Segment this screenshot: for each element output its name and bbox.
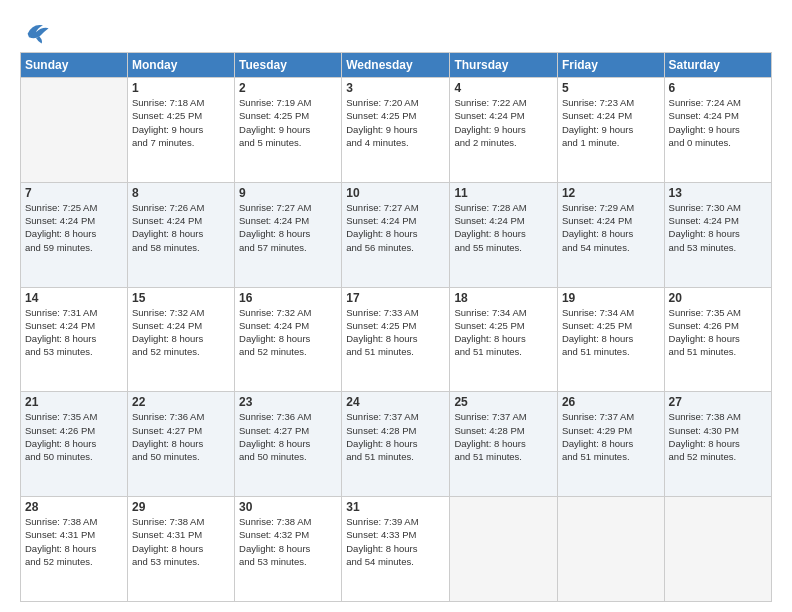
calendar-cell: 29Sunrise: 7:38 AMSunset: 4:31 PMDayligh… <box>127 497 234 602</box>
calendar-cell: 7Sunrise: 7:25 AMSunset: 4:24 PMDaylight… <box>21 182 128 287</box>
calendar-cell: 18Sunrise: 7:34 AMSunset: 4:25 PMDayligh… <box>450 287 558 392</box>
calendar-cell: 23Sunrise: 7:36 AMSunset: 4:27 PMDayligh… <box>235 392 342 497</box>
day-info: Sunrise: 7:29 AMSunset: 4:24 PMDaylight:… <box>562 201 660 254</box>
calendar-week-row: 14Sunrise: 7:31 AMSunset: 4:24 PMDayligh… <box>21 287 772 392</box>
weekday-header: Monday <box>127 53 234 78</box>
day-info: Sunrise: 7:35 AMSunset: 4:26 PMDaylight:… <box>25 410 123 463</box>
day-info: Sunrise: 7:32 AMSunset: 4:24 PMDaylight:… <box>239 306 337 359</box>
day-info: Sunrise: 7:24 AMSunset: 4:24 PMDaylight:… <box>669 96 767 149</box>
day-number: 4 <box>454 81 553 95</box>
calendar-cell: 20Sunrise: 7:35 AMSunset: 4:26 PMDayligh… <box>664 287 771 392</box>
calendar-cell: 25Sunrise: 7:37 AMSunset: 4:28 PMDayligh… <box>450 392 558 497</box>
calendar-cell: 15Sunrise: 7:32 AMSunset: 4:24 PMDayligh… <box>127 287 234 392</box>
day-info: Sunrise: 7:18 AMSunset: 4:25 PMDaylight:… <box>132 96 230 149</box>
day-number: 11 <box>454 186 553 200</box>
calendar-header-row: SundayMondayTuesdayWednesdayThursdayFrid… <box>21 53 772 78</box>
calendar-cell: 27Sunrise: 7:38 AMSunset: 4:30 PMDayligh… <box>664 392 771 497</box>
day-info: Sunrise: 7:23 AMSunset: 4:24 PMDaylight:… <box>562 96 660 149</box>
day-info: Sunrise: 7:19 AMSunset: 4:25 PMDaylight:… <box>239 96 337 149</box>
calendar-cell: 31Sunrise: 7:39 AMSunset: 4:33 PMDayligh… <box>342 497 450 602</box>
calendar-cell: 8Sunrise: 7:26 AMSunset: 4:24 PMDaylight… <box>127 182 234 287</box>
weekday-header: Saturday <box>664 53 771 78</box>
weekday-header: Thursday <box>450 53 558 78</box>
day-info: Sunrise: 7:34 AMSunset: 4:25 PMDaylight:… <box>454 306 553 359</box>
calendar-cell: 22Sunrise: 7:36 AMSunset: 4:27 PMDayligh… <box>127 392 234 497</box>
weekday-header: Wednesday <box>342 53 450 78</box>
day-number: 10 <box>346 186 445 200</box>
calendar-cell: 16Sunrise: 7:32 AMSunset: 4:24 PMDayligh… <box>235 287 342 392</box>
day-number: 25 <box>454 395 553 409</box>
day-number: 8 <box>132 186 230 200</box>
calendar-cell <box>21 78 128 183</box>
day-number: 7 <box>25 186 123 200</box>
calendar-cell: 12Sunrise: 7:29 AMSunset: 4:24 PMDayligh… <box>557 182 664 287</box>
day-info: Sunrise: 7:33 AMSunset: 4:25 PMDaylight:… <box>346 306 445 359</box>
day-number: 19 <box>562 291 660 305</box>
calendar-week-row: 21Sunrise: 7:35 AMSunset: 4:26 PMDayligh… <box>21 392 772 497</box>
calendar-cell: 10Sunrise: 7:27 AMSunset: 4:24 PMDayligh… <box>342 182 450 287</box>
day-number: 30 <box>239 500 337 514</box>
day-info: Sunrise: 7:38 AMSunset: 4:31 PMDaylight:… <box>132 515 230 568</box>
day-info: Sunrise: 7:38 AMSunset: 4:30 PMDaylight:… <box>669 410 767 463</box>
day-info: Sunrise: 7:32 AMSunset: 4:24 PMDaylight:… <box>132 306 230 359</box>
logo-bird-icon <box>22 18 50 46</box>
day-number: 6 <box>669 81 767 95</box>
day-number: 15 <box>132 291 230 305</box>
calendar-cell <box>450 497 558 602</box>
header <box>20 18 772 42</box>
day-info: Sunrise: 7:26 AMSunset: 4:24 PMDaylight:… <box>132 201 230 254</box>
day-number: 12 <box>562 186 660 200</box>
day-number: 28 <box>25 500 123 514</box>
calendar-cell: 5Sunrise: 7:23 AMSunset: 4:24 PMDaylight… <box>557 78 664 183</box>
calendar-table: SundayMondayTuesdayWednesdayThursdayFrid… <box>20 52 772 602</box>
day-info: Sunrise: 7:36 AMSunset: 4:27 PMDaylight:… <box>239 410 337 463</box>
day-number: 23 <box>239 395 337 409</box>
calendar-week-row: 28Sunrise: 7:38 AMSunset: 4:31 PMDayligh… <box>21 497 772 602</box>
day-info: Sunrise: 7:38 AMSunset: 4:32 PMDaylight:… <box>239 515 337 568</box>
day-info: Sunrise: 7:20 AMSunset: 4:25 PMDaylight:… <box>346 96 445 149</box>
day-info: Sunrise: 7:27 AMSunset: 4:24 PMDaylight:… <box>239 201 337 254</box>
day-info: Sunrise: 7:28 AMSunset: 4:24 PMDaylight:… <box>454 201 553 254</box>
weekday-header: Sunday <box>21 53 128 78</box>
day-number: 27 <box>669 395 767 409</box>
calendar-week-row: 1Sunrise: 7:18 AMSunset: 4:25 PMDaylight… <box>21 78 772 183</box>
calendar-cell: 28Sunrise: 7:38 AMSunset: 4:31 PMDayligh… <box>21 497 128 602</box>
weekday-header: Friday <box>557 53 664 78</box>
calendar-cell: 19Sunrise: 7:34 AMSunset: 4:25 PMDayligh… <box>557 287 664 392</box>
day-number: 13 <box>669 186 767 200</box>
calendar-cell: 9Sunrise: 7:27 AMSunset: 4:24 PMDaylight… <box>235 182 342 287</box>
day-info: Sunrise: 7:37 AMSunset: 4:28 PMDaylight:… <box>454 410 553 463</box>
calendar-cell: 21Sunrise: 7:35 AMSunset: 4:26 PMDayligh… <box>21 392 128 497</box>
day-info: Sunrise: 7:38 AMSunset: 4:31 PMDaylight:… <box>25 515 123 568</box>
day-number: 16 <box>239 291 337 305</box>
weekday-header: Tuesday <box>235 53 342 78</box>
day-info: Sunrise: 7:37 AMSunset: 4:28 PMDaylight:… <box>346 410 445 463</box>
calendar-cell: 1Sunrise: 7:18 AMSunset: 4:25 PMDaylight… <box>127 78 234 183</box>
day-number: 17 <box>346 291 445 305</box>
calendar-cell: 14Sunrise: 7:31 AMSunset: 4:24 PMDayligh… <box>21 287 128 392</box>
calendar-cell: 17Sunrise: 7:33 AMSunset: 4:25 PMDayligh… <box>342 287 450 392</box>
day-info: Sunrise: 7:25 AMSunset: 4:24 PMDaylight:… <box>25 201 123 254</box>
day-info: Sunrise: 7:27 AMSunset: 4:24 PMDaylight:… <box>346 201 445 254</box>
day-number: 29 <box>132 500 230 514</box>
day-number: 24 <box>346 395 445 409</box>
calendar-cell: 26Sunrise: 7:37 AMSunset: 4:29 PMDayligh… <box>557 392 664 497</box>
calendar-cell: 24Sunrise: 7:37 AMSunset: 4:28 PMDayligh… <box>342 392 450 497</box>
day-info: Sunrise: 7:34 AMSunset: 4:25 PMDaylight:… <box>562 306 660 359</box>
calendar-cell: 30Sunrise: 7:38 AMSunset: 4:32 PMDayligh… <box>235 497 342 602</box>
logo <box>20 18 50 42</box>
day-info: Sunrise: 7:30 AMSunset: 4:24 PMDaylight:… <box>669 201 767 254</box>
day-info: Sunrise: 7:36 AMSunset: 4:27 PMDaylight:… <box>132 410 230 463</box>
calendar-cell <box>557 497 664 602</box>
day-number: 22 <box>132 395 230 409</box>
calendar-week-row: 7Sunrise: 7:25 AMSunset: 4:24 PMDaylight… <box>21 182 772 287</box>
day-number: 20 <box>669 291 767 305</box>
calendar-cell: 6Sunrise: 7:24 AMSunset: 4:24 PMDaylight… <box>664 78 771 183</box>
calendar-cell: 13Sunrise: 7:30 AMSunset: 4:24 PMDayligh… <box>664 182 771 287</box>
calendar-cell <box>664 497 771 602</box>
day-number: 2 <box>239 81 337 95</box>
day-info: Sunrise: 7:39 AMSunset: 4:33 PMDaylight:… <box>346 515 445 568</box>
day-number: 18 <box>454 291 553 305</box>
day-number: 26 <box>562 395 660 409</box>
day-info: Sunrise: 7:35 AMSunset: 4:26 PMDaylight:… <box>669 306 767 359</box>
